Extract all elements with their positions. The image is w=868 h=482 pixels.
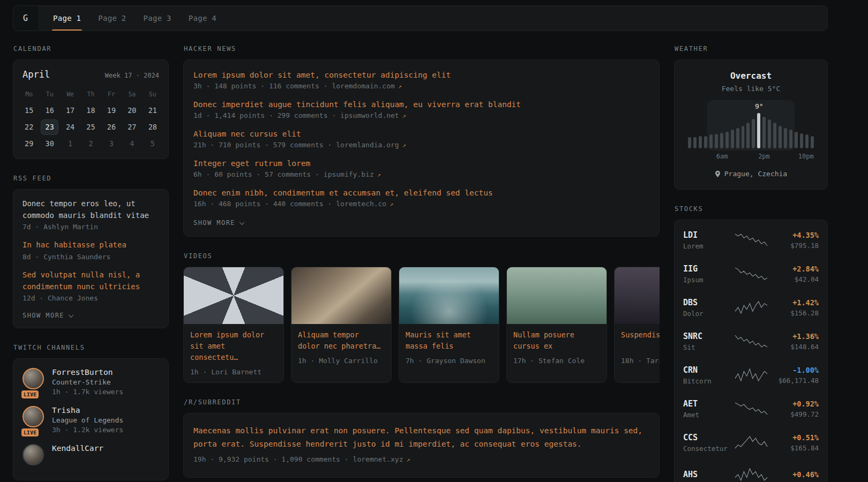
- video-title[interactable]: Suspendisse diam: [621, 329, 660, 352]
- video-card[interactable]: Mauris sit amet massa felis 7h · Grayson…: [399, 267, 499, 383]
- stock-left: AHS: [683, 470, 730, 479]
- left-column: CALENDAR April Week 17 · 2024 MoTuWeThFr…: [13, 45, 169, 482]
- calendar-day: 5: [144, 136, 161, 152]
- calendar-day-header: Tu: [39, 86, 59, 102]
- stock-ticker: LDI: [683, 230, 730, 240]
- video-title[interactable]: Lorem ipsum dolor sit amet consectetu…: [190, 329, 277, 363]
- calendar-day: 2: [82, 136, 99, 152]
- rss-item-title[interactable]: Donec tempor eros leo, ut commodo mauris…: [23, 198, 159, 221]
- hackernews-item-title[interactable]: Lorem ipsum dolor sit amet, consectetur …: [193, 71, 649, 79]
- hackernews-item-meta: 1d · 1,414 points · 299 comments ·ipsumw…: [193, 111, 649, 119]
- rss-item[interactable]: Donec tempor eros leo, ut commodo mauris…: [23, 198, 159, 231]
- hackernews-section-title: HACKER NEWS: [184, 45, 660, 52]
- stock-row[interactable]: LDI Lorem +4.35% $795.18: [683, 223, 819, 257]
- video-title[interactable]: Mauris sit amet massa felis: [406, 329, 492, 352]
- rss-item-title[interactable]: In hac habitasse platea: [23, 239, 159, 251]
- weather-bar: [762, 117, 766, 148]
- stock-change: +1.42%: [773, 298, 819, 307]
- calendar-header-row: April Week 17 · 2024: [13, 60, 168, 82]
- video-thumbnail: [399, 267, 499, 324]
- item-meta-text: 21h · 710 points · 579 comments ·: [193, 141, 332, 149]
- weather-card: Overcast Feels like 5°C 9° 6am2pm10pm: [674, 59, 828, 190]
- hackernews-show-more-button[interactable]: SHOW MORE: [193, 218, 244, 228]
- videos-widget: VIDEOS Lorem ipsum dolor sit amet consec…: [183, 252, 660, 383]
- source-domain[interactable]: loremdomain.com: [332, 82, 394, 90]
- rss-section-title: RSS FEED: [13, 175, 169, 182]
- stock-name: Sit: [683, 343, 730, 351]
- channel-info: ForrestBurton Counter-Strike 1h · 1.7k v…: [52, 368, 123, 396]
- stock-ticker: AHS: [683, 470, 730, 479]
- calendar-day: 22: [20, 119, 38, 135]
- rss-item-title[interactable]: Sed volutpat nulla nisl, a condimentum n…: [23, 269, 159, 292]
- source-domain[interactable]: loremlandia.org: [336, 141, 399, 149]
- channel-game: League of Legends: [52, 416, 123, 424]
- hackernews-item-title[interactable]: Aliquam nec cursus elit: [193, 130, 649, 138]
- video-card[interactable]: Lorem ipsum dolor sit amet consectetu… 1…: [183, 267, 284, 383]
- hackernews-item-title[interactable]: Integer eget rutrum lorem: [193, 159, 649, 168]
- video-card-body: Suspendisse diam 18h · Tara: [615, 324, 660, 371]
- stock-row[interactable]: SNRC Sit +1.36% $148.64: [683, 325, 819, 358]
- subreddit-post-title[interactable]: Maecenas mollis pulvinar erat non posuer…: [193, 424, 649, 451]
- page-tab[interactable]: Page 1: [52, 6, 82, 31]
- stock-price: $156.28: [773, 309, 819, 317]
- middle-column: HACKER NEWS Lorem ipsum dolor sit amet, …: [183, 45, 660, 482]
- stock-sparkline: [734, 401, 768, 417]
- twitch-channel-row[interactable]: LIVE ForrestBurton Counter-Strike 1h · 1…: [23, 368, 159, 396]
- weather-bar: [789, 130, 792, 148]
- stock-row[interactable]: AET Amet +0.92% $499.72: [683, 392, 819, 426]
- channel-name[interactable]: KendallCarr: [52, 444, 103, 453]
- channel-avatar-image: [23, 406, 44, 427]
- stock-sparkline: [734, 434, 768, 450]
- stock-ticker: AET: [683, 399, 730, 409]
- calendar-day: 23: [41, 119, 58, 135]
- stock-row[interactable]: AHS +0.46%: [683, 460, 819, 482]
- calendar-day-header: Th: [80, 86, 101, 102]
- stock-right: +0.46%: [773, 470, 819, 479]
- weather-bar: [709, 134, 713, 148]
- stock-row[interactable]: IIG Ipsum +2.84% $42.04: [683, 257, 819, 291]
- stock-price: $165.84: [773, 444, 819, 452]
- channel-name[interactable]: ForrestBurton: [52, 368, 123, 376]
- weather-bar: [752, 119, 755, 148]
- page-tabs: Page 1Page 2Page 3Page 4: [52, 6, 218, 31]
- stock-row[interactable]: CCS Consectetur +0.51% $165.84: [683, 426, 819, 460]
- rss-item[interactable]: Sed volutpat nulla nisl, a condimentum n…: [23, 269, 159, 302]
- channel-name[interactable]: Trisha: [52, 406, 123, 415]
- twitch-channel-row[interactable]: LIVE Trisha League of Legends 3h · 1.2k …: [23, 406, 159, 434]
- page-tab[interactable]: Page 4: [188, 6, 218, 31]
- app-logo[interactable]: G: [13, 6, 38, 31]
- source-domain[interactable]: ipsumify.biz: [324, 170, 374, 178]
- videos-section-title: VIDEOS: [184, 252, 660, 260]
- calendar-day-headers: MoTuWeThFrSaSu: [13, 82, 168, 102]
- video-card[interactable]: Nullam posuere cursus ex 17h · Stefan Co…: [506, 267, 607, 383]
- weather-chart: 9° 6am2pm10pm: [685, 104, 817, 160]
- calendar-day: 16: [41, 103, 58, 118]
- source-domain[interactable]: ipsumworld.net: [340, 111, 399, 119]
- page-tab[interactable]: Page 3: [143, 6, 173, 31]
- hackernews-item-title[interactable]: Donec imperdiet augue tincidunt felis al…: [193, 100, 649, 109]
- videos-row: Lorem ipsum dolor sit amet consectetu… 1…: [183, 267, 660, 383]
- video-card[interactable]: Aliquam tempor dolor nec pharetra… 1h · …: [291, 267, 392, 383]
- video-title[interactable]: Nullam posuere cursus ex: [513, 329, 600, 352]
- video-title[interactable]: Aliquam tempor dolor nec pharetra…: [298, 329, 385, 352]
- twitch-channel-row[interactable]: KendallCarr: [23, 444, 159, 465]
- stock-sparkline: [734, 266, 768, 282]
- hackernews-item-title[interactable]: Donec enim nibh, condimentum et accumsan…: [193, 189, 649, 197]
- video-meta: 18h · Tara: [621, 357, 660, 365]
- source-domain[interactable]: loremnet.xyz: [353, 455, 403, 463]
- weather-bar: [704, 136, 707, 148]
- weather-time-label: 2pm: [758, 153, 770, 160]
- video-card[interactable]: Suspendisse diam 18h · Tara: [614, 267, 660, 383]
- hackernews-item-meta: 3h · 148 points · 116 comments ·loremdom…: [193, 82, 649, 90]
- source-domain[interactable]: loremtech.co: [336, 200, 386, 208]
- weather-location: Prague, Czechia: [715, 170, 787, 178]
- calendar-day-header: We: [60, 86, 80, 102]
- stock-left: AET Amet: [683, 399, 730, 419]
- avatar: [23, 444, 45, 465]
- stock-row[interactable]: DBS Dolor +1.42% $156.28: [683, 291, 819, 325]
- rss-item[interactable]: In hac habitasse platea 8d · Cynthia Sau…: [23, 239, 159, 261]
- rss-show-more-button[interactable]: SHOW MORE: [23, 311, 73, 320]
- page-tab[interactable]: Page 2: [97, 6, 127, 31]
- stock-row[interactable]: CRN Bitcorn -1.00% $66,171.48: [683, 358, 819, 392]
- avatar: LIVE: [23, 368, 45, 396]
